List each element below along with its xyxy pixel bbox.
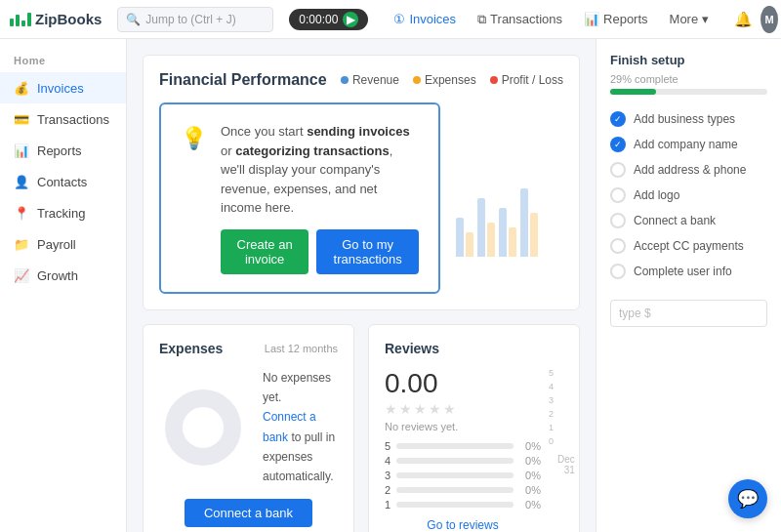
sidebar-item-transactions[interactable]: 💳 Transactions	[0, 103, 126, 135]
nav-right: 🔔 M Midway Writing	[734, 6, 781, 33]
reviews-title: Reviews	[385, 341, 439, 356]
nav-reports[interactable]: 📊 Reports	[574, 8, 658, 30]
check-cc-payments	[610, 238, 626, 254]
transactions-nav-icon: ⧉	[477, 12, 486, 27]
search-placeholder: Jump to (Ctrl + J)	[145, 13, 235, 26]
fp-text: Once you start sending invoices or categ…	[221, 122, 419, 218]
expenses-subtitle: Last 12 months	[265, 343, 338, 354]
setup-item-address-phone[interactable]: Add address & phone	[610, 157, 767, 183]
y-axis: 5 4 3 2 1 0	[549, 368, 554, 446]
setup-item-connect-bank[interactable]: Connect a bank	[610, 208, 767, 233]
expenses-header: Expenses Last 12 months	[159, 341, 338, 356]
main-content: Financial Performance Revenue Expenses P…	[127, 39, 596, 532]
bar-chart-container: Dec 31	[557, 368, 575, 475]
setup-item-cc-payments[interactable]: Accept CC payments	[610, 233, 767, 259]
logo-icon	[10, 13, 31, 26]
nav-more[interactable]: More ▾	[660, 8, 719, 30]
expenses-dot	[413, 76, 421, 84]
no-expenses-text: No expenses yet.	[263, 368, 338, 408]
reviews-right: 5 4 3 2 1 0	[549, 368, 575, 532]
fp-title: Financial Performance	[159, 71, 327, 89]
avatar-initials: M	[764, 14, 773, 25]
sidebar-item-contacts[interactable]: 👤 Contacts	[0, 166, 126, 197]
sidebar-item-tracking[interactable]: 📍 Tracking	[0, 197, 126, 228]
expenses-cta: Connect a bank to pull in expenses autom…	[263, 407, 338, 487]
chart-bar-group-4	[520, 188, 538, 257]
sidebar-item-growth[interactable]: 📈 Growth	[0, 260, 126, 291]
setup-label-business-types: Add business types	[634, 112, 735, 126]
reviews-chart: 0.00 ★ ★ ★ ★ ★ No reviews yet. 5	[385, 368, 563, 532]
sidebar-item-reports[interactable]: 📊 Reports	[0, 135, 126, 166]
logo[interactable]: ZipBooks	[10, 11, 102, 27]
bell-icon[interactable]: 🔔	[734, 11, 753, 28]
review-bar-bg-1	[396, 502, 514, 508]
review-num-2: 2	[385, 484, 390, 496]
chart-bar-expenses	[466, 232, 473, 257]
invoices-icon: 💰	[14, 80, 29, 96]
timer-play-button[interactable]: ▶	[343, 12, 358, 27]
transactions-icon: 💳	[14, 111, 29, 127]
reviews-chart-area: 5 4 3 2 1 0	[549, 368, 575, 475]
create-invoice-button[interactable]: Create an invoice	[221, 229, 308, 274]
y-label-4: 4	[549, 382, 554, 391]
reviews-card: Reviews 0.00 ★ ★ ★ ★ ★ No reviews yet.	[368, 324, 580, 533]
chart-bar-group-1	[456, 218, 473, 257]
financial-performance-card: Financial Performance Revenue Expenses P…	[143, 55, 580, 310]
legend-revenue: Revenue	[341, 73, 399, 87]
reviews-header: Reviews	[385, 341, 563, 356]
invoice-nav-icon: ①	[393, 12, 405, 26]
setup-item-user-info[interactable]: Complete user info	[610, 259, 767, 284]
type-dollar-input[interactable]: type $	[610, 300, 767, 327]
check-business-types: ✓	[610, 111, 626, 127]
nav-invoices[interactable]: ① Invoices	[384, 8, 466, 30]
setup-item-business-types[interactable]: ✓ Add business types	[610, 106, 767, 132]
fp-actions: Create an invoice Go to my transactions	[221, 229, 419, 274]
donut-svg	[159, 384, 247, 471]
lightbulb-icon: 💡	[181, 126, 207, 151]
star-2: ★	[399, 401, 412, 417]
date-label: Dec 31	[557, 454, 575, 475]
setup-label-user-info: Complete user info	[634, 265, 732, 278]
star-5: ★	[443, 401, 456, 417]
connect-bank-button[interactable]: Connect a bank	[185, 499, 312, 527]
y-label-1: 1	[549, 423, 554, 432]
timer-widget[interactable]: 0:00:00 ▶	[289, 9, 368, 30]
check-add-logo	[610, 187, 626, 203]
reports-nav-icon: 📊	[584, 12, 599, 26]
expenses-title: Expenses	[159, 341, 223, 356]
chart-bar-revenue-2	[477, 198, 485, 257]
chevron-down-icon: ▾	[702, 12, 709, 26]
search-icon: 🔍	[126, 13, 141, 26]
sidebar-label-transactions: Transactions	[37, 112, 109, 127]
setup-label-address-phone: Add address & phone	[634, 163, 746, 177]
setup-item-company-name[interactable]: ✓ Add company name	[610, 132, 767, 157]
nav-transactions[interactable]: ⧉ Transactions	[468, 8, 572, 31]
go-to-transactions-button[interactable]: Go to my transactions	[316, 229, 419, 274]
search-bar[interactable]: 🔍 Jump to (Ctrl + J)	[117, 7, 273, 32]
review-bar-bg-4	[396, 458, 514, 464]
go-reviews-link[interactable]: Go to reviews	[385, 518, 541, 532]
review-num-1: 1	[385, 499, 390, 511]
chart-bar-expenses-4	[530, 213, 538, 257]
expenses-card: Expenses Last 12 months No expenses yet.…	[143, 324, 354, 533]
sidebar-item-invoices[interactable]: 💰 Invoices	[0, 72, 126, 103]
review-num-5: 5	[385, 440, 390, 452]
setup-item-add-logo[interactable]: Add logo	[610, 183, 767, 208]
stars: ★ ★ ★ ★ ★	[385, 401, 541, 417]
setup-label-company-name: Add company name	[634, 138, 738, 151]
payroll-icon: 📁	[14, 236, 29, 252]
review-pct-5: 0%	[519, 440, 541, 452]
star-1: ★	[385, 401, 397, 417]
star-4: ★	[429, 401, 441, 417]
sidebar-item-payroll[interactable]: 📁 Payroll	[0, 228, 126, 260]
review-row-1: 1 0%	[385, 499, 541, 511]
progress-bar-fill	[610, 89, 656, 95]
expenses-info: No expenses yet. Connect a bank to pull …	[263, 368, 338, 487]
sidebar-label-payroll: Payroll	[37, 237, 76, 252]
review-num-3: 3	[385, 470, 390, 481]
chat-button[interactable]: 💬	[728, 479, 767, 518]
setup-title: Finish setup	[610, 53, 767, 67]
bar-chart-reviews	[557, 372, 575, 450]
avatar[interactable]: M	[760, 6, 778, 33]
donut-chart	[159, 384, 247, 471]
